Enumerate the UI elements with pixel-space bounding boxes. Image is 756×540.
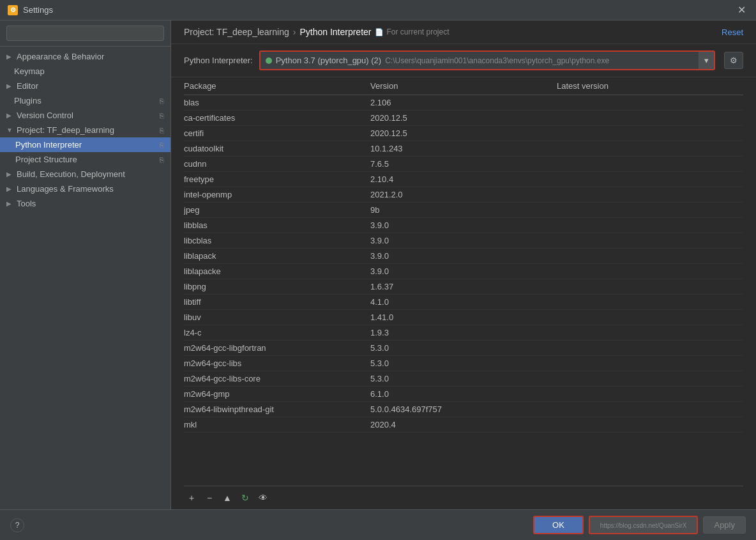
pkg-version: 9b <box>370 205 557 215</box>
expand-arrow: ▶ <box>6 200 14 207</box>
pkg-latest <box>557 159 743 169</box>
interpreter-row: Python Interpreter: Python 3.7 (pytorch_… <box>171 44 756 77</box>
close-button[interactable]: ✕ <box>735 4 748 16</box>
table-row[interactable]: libuv 1.41.0 <box>184 310 743 325</box>
pkg-name: m2w64-gcc-libgfortran <box>184 343 370 353</box>
table-row[interactable]: cudatoolkit 10.1.243 <box>184 141 743 157</box>
sidebar-item-label: Plugins <box>14 96 157 105</box>
sidebar-item-label: Project Structure <box>15 155 157 164</box>
table-row[interactable]: jpeg 9b <box>184 203 743 218</box>
table-row[interactable]: m2w64-gcc-libs 5.3.0 <box>184 356 743 371</box>
title-bar-left: ⚙ Settings <box>8 5 53 15</box>
sidebar: ▶ Appearance & Behavior Keymap ▶ Editor … <box>0 20 171 509</box>
window-title: Settings <box>23 5 53 15</box>
col-package: Package <box>184 81 370 91</box>
sidebar-item-label: Languages & Frameworks <box>17 184 164 194</box>
sidebar-item-plugins[interactable]: Plugins ⎘ <box>0 93 170 108</box>
pkg-latest <box>557 389 743 399</box>
interpreter-label: Python Interpreter: <box>184 56 253 65</box>
sidebar-item-keymap[interactable]: Keymap <box>0 64 170 79</box>
badge-icon: ⎘ <box>160 156 164 164</box>
pkg-version: 3.9.0 <box>370 236 557 245</box>
interpreter-settings-button[interactable]: ⚙ <box>724 52 743 69</box>
interpreter-dropdown-button[interactable]: ▾ <box>699 52 714 69</box>
sidebar-item-editor[interactable]: ▶ Editor <box>0 79 170 93</box>
cancel-button[interactable]: https://blog.csdn.net/QuanSirX <box>589 516 699 534</box>
table-row[interactable]: cudnn 7.6.5 <box>184 157 743 172</box>
pkg-latest <box>557 113 743 123</box>
sidebar-item-label: Python Interpreter <box>15 140 157 150</box>
expand-arrow: ▶ <box>6 112 14 119</box>
table-row[interactable]: ca-certificates 2020.12.5 <box>184 111 743 126</box>
pkg-latest <box>557 374 743 383</box>
table-row[interactable]: blas 2.106 <box>184 95 743 111</box>
pkg-latest <box>557 266 743 276</box>
pkg-name: blas <box>184 98 370 107</box>
sidebar-item-tools[interactable]: ▶ Tools <box>0 196 170 211</box>
refresh-button[interactable]: ↻ <box>238 490 253 505</box>
nav-tree: ▶ Appearance & Behavior Keymap ▶ Editor … <box>0 47 170 509</box>
add-package-button[interactable]: + <box>184 490 199 505</box>
pkg-name: liblapack <box>184 251 370 261</box>
table-row[interactable]: liblapacke 3.9.0 <box>184 264 743 279</box>
pkg-version: 1.6.37 <box>370 282 557 291</box>
table-row[interactable]: m2w64-gcc-libs-core 5.3.0 <box>184 371 743 387</box>
pkg-version: 6.1.0 <box>370 389 557 399</box>
table-row[interactable]: m2w64-gcc-libgfortran 5.3.0 <box>184 341 743 356</box>
table-row[interactable]: liblapack 3.9.0 <box>184 249 743 264</box>
pkg-latest <box>557 297 743 307</box>
sidebar-item-python-interpreter[interactable]: Python Interpreter ⎘ <box>0 137 170 152</box>
sidebar-item-label: Build, Execution, Deployment <box>17 169 164 179</box>
sidebar-item-version-control[interactable]: ▶ Version Control ⎘ <box>0 108 170 123</box>
table-row[interactable]: freetype 2.10.4 <box>184 172 743 187</box>
for-current-project: 📄 For current project <box>375 27 449 36</box>
up-button[interactable]: ▲ <box>220 490 235 505</box>
pkg-name: certifi <box>184 128 370 138</box>
pkg-name: libcblas <box>184 236 370 245</box>
sidebar-item-project[interactable]: ▼ Project: TF_deep_learning ⎘ <box>0 123 170 137</box>
pkg-version: 5.3.0 <box>370 374 557 383</box>
ok-button[interactable]: OK <box>533 516 584 534</box>
table-row[interactable]: m2w64-gmp 6.1.0 <box>184 387 743 402</box>
package-table-body: blas 2.106 ca-certificates 2020.12.5 cer… <box>184 95 743 486</box>
table-toolbar: + − ▲ ↻ 👁 <box>184 486 743 509</box>
sidebar-item-label: Tools <box>17 199 164 208</box>
eye-button[interactable]: 👁 <box>255 490 271 505</box>
interpreter-select-wrapper: Python 3.7 (pytorch_gpu) (2) C:\Users\qu… <box>259 50 715 70</box>
table-row[interactable]: m2w64-libwinpthread-git 5.0.0.4634.697f7… <box>184 402 743 417</box>
help-button[interactable]: ? <box>10 518 24 532</box>
bottom-left: ? <box>10 518 24 532</box>
remove-package-button[interactable]: − <box>202 490 217 505</box>
search-input[interactable] <box>6 26 164 41</box>
table-row[interactable]: lz4-c 1.9.3 <box>184 325 743 341</box>
table-row[interactable]: libcblas 3.9.0 <box>184 233 743 249</box>
sidebar-item-build-exec[interactable]: ▶ Build, Execution, Deployment <box>0 167 170 181</box>
sidebar-item-project-structure[interactable]: Project Structure ⎘ <box>0 152 170 167</box>
pkg-version: 3.9.0 <box>370 220 557 230</box>
file-icon: 📄 <box>375 28 384 36</box>
interpreter-select-inner[interactable]: Python 3.7 (pytorch_gpu) (2) C:\Users\qu… <box>261 53 699 68</box>
table-row[interactable]: libtiff 4.1.0 <box>184 295 743 310</box>
pkg-name: liblapacke <box>184 266 370 276</box>
col-version: Version <box>370 81 557 91</box>
apply-button[interactable]: Apply <box>703 516 746 534</box>
expand-arrow: ▼ <box>6 127 14 134</box>
sidebar-item-label: Project: TF_deep_learning <box>17 125 157 135</box>
content-header: Project: TF_deep_learning › Python Inter… <box>171 20 756 44</box>
pkg-name: intel-openmp <box>184 190 370 199</box>
pkg-version: 2.10.4 <box>370 174 557 184</box>
pkg-version: 5.0.0.4634.697f757 <box>370 405 557 414</box>
col-latest: Latest version <box>557 81 743 91</box>
sidebar-item-appearance[interactable]: ▶ Appearance & Behavior <box>0 49 170 64</box>
sidebar-item-languages[interactable]: ▶ Languages & Frameworks <box>0 181 170 196</box>
table-row[interactable]: intel-openmp 2021.2.0 <box>184 187 743 203</box>
pkg-name: libtiff <box>184 297 370 307</box>
table-row[interactable]: libpng 1.6.37 <box>184 279 743 295</box>
sidebar-item-label: Keymap <box>14 66 164 76</box>
table-row[interactable]: certifi 2020.12.5 <box>184 126 743 141</box>
table-row[interactable]: libblas 3.9.0 <box>184 218 743 233</box>
reset-button[interactable]: Reset <box>722 27 743 37</box>
table-row[interactable]: mkl 2020.4 <box>184 417 743 433</box>
interpreter-path: C:\Users\quanjiamin001\anaconda3\envs\py… <box>385 56 609 65</box>
watermark-text: https://blog.csdn.net/QuanSirX <box>600 522 687 529</box>
